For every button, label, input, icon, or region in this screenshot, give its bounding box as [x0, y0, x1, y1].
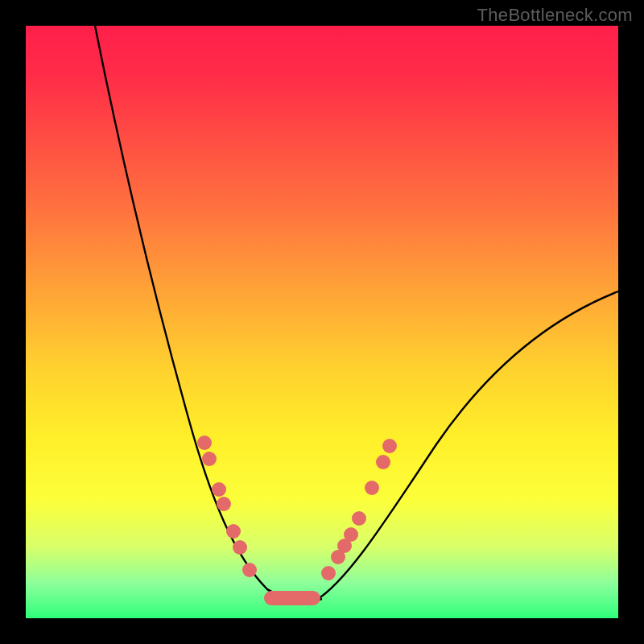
dot-left-4 [217, 497, 231, 511]
curve-right [316, 291, 618, 601]
dot-right-8 [382, 439, 397, 453]
dot-left-6 [233, 540, 247, 555]
dot-left-1 [197, 436, 212, 450]
chart-frame: TheBottleneck.com [0, 0, 644, 644]
curve-layer [26, 26, 618, 618]
dot-right-5 [352, 511, 366, 526]
dot-right-6 [365, 481, 379, 495]
curve-left [95, 26, 283, 601]
dot-left-5 [226, 524, 241, 539]
marker-dots [197, 436, 397, 605]
dot-right-7 [376, 455, 390, 469]
dot-left-3 [212, 482, 226, 497]
dot-right-4 [344, 527, 358, 542]
valley-pill [264, 591, 320, 605]
dot-right-1 [321, 566, 336, 580]
dot-left-2 [202, 452, 217, 466]
plot-area [26, 26, 618, 618]
dot-left-7 [242, 563, 257, 577]
watermark-text: TheBottleneck.com [477, 5, 633, 26]
